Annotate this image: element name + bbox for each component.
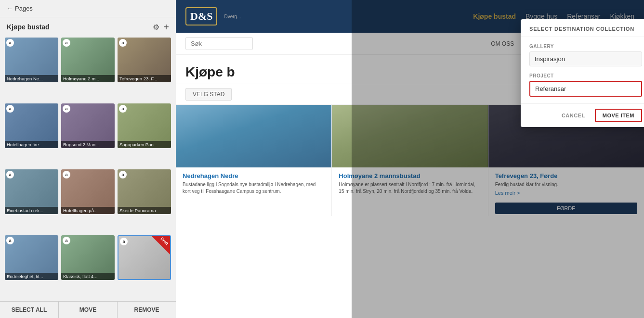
website-search-input[interactable] xyxy=(185,37,253,50)
item-badge: a xyxy=(63,39,70,47)
project-label: PROJECT xyxy=(529,73,642,78)
back-button[interactable]: ← Pages xyxy=(7,5,33,12)
item-badge: a xyxy=(119,105,127,113)
item-label: Endeieleghet, kl... xyxy=(5,273,58,280)
settings-icon[interactable]: ⚙ xyxy=(153,23,159,32)
logo-ds-text: D&S xyxy=(190,10,212,23)
section-icons: ⚙ + xyxy=(153,22,169,32)
select-all-button[interactable]: SELECT ALL xyxy=(0,302,59,318)
list-item[interactable]: a Hotellhagen på... xyxy=(61,169,115,214)
move-item-button[interactable]: MOVE ITEM xyxy=(595,109,642,122)
card-1-text: Bustadane ligg i Sogndals nye bustadmilj… xyxy=(183,181,325,195)
modal-body: GALLERY Inspirasjon PROJECT xyxy=(521,37,644,103)
sidebar-header: ← Pages xyxy=(0,0,176,17)
gallery-value: Inspirasjon xyxy=(529,51,642,66)
list-item-draft[interactable]: a Draft xyxy=(118,235,171,280)
item-label: Rugsund 2 Man... xyxy=(61,141,115,148)
cancel-button[interactable]: CANCEL xyxy=(557,109,590,122)
modal-overlay: SELECT DESTINATION COLLECTION GALLERY In… xyxy=(352,0,644,318)
item-badge: a xyxy=(63,237,70,244)
list-item[interactable]: a Tefrevegen 23, F... xyxy=(118,38,171,82)
modal-title: SELECT DESTINATION COLLECTION xyxy=(529,26,642,32)
modal-dialog: SELECT DESTINATION COLLECTION GALLERY In… xyxy=(521,19,644,127)
remove-button[interactable]: REMOVE xyxy=(118,302,176,318)
logo-box: D&S xyxy=(185,7,217,25)
item-badge: a xyxy=(6,171,14,178)
list-item[interactable]: a Holmøyane 2 m... xyxy=(61,38,115,82)
item-badge: a xyxy=(119,39,127,47)
item-label: Skeide Panorama xyxy=(118,207,171,214)
section-title: Kjøpe bustad xyxy=(7,23,50,31)
list-item[interactable]: a Klassisk, flott 4... xyxy=(61,235,115,280)
list-item[interactable]: a Einebustad i rek... xyxy=(5,169,58,214)
sidebar: ← Pages Kjøpe bustad ⚙ + a Nedrehagen Ne… xyxy=(0,0,176,318)
website-logo: D&S Dverg... xyxy=(185,7,241,25)
card-1-title: Nedrehagen Nedre xyxy=(183,172,325,179)
project-input[interactable] xyxy=(529,81,642,97)
item-label: Sagaparken Pan... xyxy=(118,141,171,148)
card-1-body: Nedrehagen Nedre Bustadane ligg i Sognda… xyxy=(176,167,331,200)
move-button[interactable]: MOVE xyxy=(59,302,118,318)
modal-header: SELECT DESTINATION COLLECTION xyxy=(521,19,644,37)
item-badge: a xyxy=(6,105,14,113)
item-label: Nedrehagen Ne... xyxy=(5,75,58,82)
pages-grid: a Nedrehagen Ne... a Holmøyane 2 m... a … xyxy=(0,35,176,301)
card-1: Nedrehagen Nedre Bustadane ligg i Sognda… xyxy=(176,105,331,216)
item-badge: a xyxy=(63,171,70,178)
gallery-label: GALLERY xyxy=(529,44,642,49)
item-label: Einebustad i rek... xyxy=(5,207,58,214)
item-label: Hotellhagen på... xyxy=(61,207,115,214)
item-badge: a xyxy=(63,105,70,113)
section-header: Kjøpe bustad ⚙ + xyxy=(0,17,176,35)
list-item[interactable]: a Nedrehagen Ne... xyxy=(5,38,58,82)
logo-subtext: Dverg... xyxy=(224,14,241,19)
item-label: Tefrevegen 23, F... xyxy=(118,75,171,82)
back-label: Pages xyxy=(15,5,33,12)
item-label: Klassisk, flott 4... xyxy=(61,273,115,280)
list-item[interactable]: a Rugsund 2 Man... xyxy=(61,103,115,148)
main-content: D&S Dverg... Kjøpe bustad Bygge hus Refe… xyxy=(176,0,644,318)
list-item[interactable]: a Endeieleghet, kl... xyxy=(5,235,58,280)
velg-stad-button[interactable]: VELG STAD xyxy=(185,88,232,101)
modal-footer: CANCEL MOVE ITEM xyxy=(521,103,644,127)
item-badge: a xyxy=(120,238,128,245)
list-item[interactable]: a Sagaparken Pan... xyxy=(118,103,171,148)
back-arrow-icon: ← xyxy=(7,5,13,12)
item-label: Holmøyane 2 m... xyxy=(61,75,115,82)
list-item[interactable]: a Hotellhagen fire... xyxy=(5,103,58,148)
item-badge: a xyxy=(6,237,14,244)
card-1-image xyxy=(176,105,331,167)
add-icon[interactable]: + xyxy=(163,22,169,32)
list-item[interactable]: a Skeide Panorama xyxy=(118,169,171,214)
item-badge: a xyxy=(119,171,127,178)
sidebar-bottom-bar: SELECT ALL MOVE REMOVE xyxy=(0,301,176,318)
item-badge: a xyxy=(6,39,14,47)
item-label: Hotellhagen fire... xyxy=(5,141,58,148)
